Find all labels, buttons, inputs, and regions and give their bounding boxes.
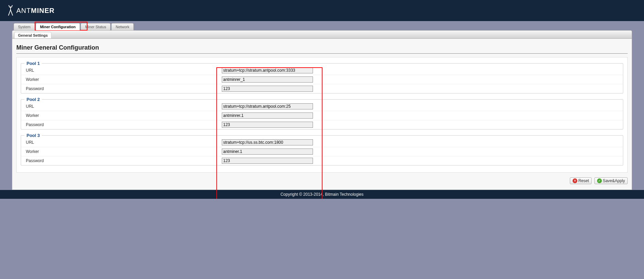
reset-button[interactable]: ✕ Reset: [570, 177, 592, 184]
tab-miner-configuration[interactable]: Miner Configuration: [36, 23, 80, 30]
reset-button-label: Reset: [578, 178, 589, 183]
pool-2-worker-row: Worker: [21, 111, 623, 120]
sub-tabs: General Settings: [12, 30, 632, 39]
pool-2-worker-input[interactable]: [222, 112, 313, 119]
pool-2-url-label: URL: [21, 104, 222, 109]
pool-1-url-input[interactable]: [222, 67, 313, 73]
pool-2-fieldset: Pool 2 URL Worker Password: [21, 97, 623, 129]
pool-2-worker-label: Worker: [21, 113, 222, 118]
svg-point-0: [10, 6, 11, 8]
pool-3-fieldset: Pool 3 URL Worker Password: [21, 133, 623, 165]
pool-1-legend: Pool 1: [24, 61, 42, 66]
pool-3-url-label: URL: [21, 140, 222, 145]
title-divider: [16, 53, 628, 54]
pool-3-url-input[interactable]: [222, 139, 313, 145]
pool-1-url-label: URL: [21, 68, 222, 73]
tab-network[interactable]: Network: [111, 23, 134, 30]
button-bar: ✕ Reset ✓ Save&Apply: [16, 177, 628, 184]
app-header: ANTMINER: [0, 0, 644, 21]
form-box: Pool 1 URL Worker Password Poo: [16, 57, 628, 173]
tab-miner-status[interactable]: Miner Status: [81, 23, 111, 30]
footer: Copyright © 2013-2014, Bitmain Technolog…: [0, 190, 644, 199]
pool-3-password-label: Password: [21, 158, 222, 163]
pool-3-worker-input[interactable]: [222, 149, 313, 155]
check-icon: ✓: [597, 178, 602, 183]
pool-1-url-row: URL: [21, 66, 623, 75]
pool-1-password-label: Password: [21, 86, 222, 91]
tab-system[interactable]: System: [14, 23, 35, 30]
brand-suffix: MINER: [31, 7, 54, 15]
pool-2-legend: Pool 2: [24, 97, 42, 102]
pool-1-password-row: Password: [21, 84, 623, 93]
pool-2-url-row: URL: [21, 102, 623, 111]
cancel-icon: ✕: [573, 178, 577, 183]
pool-2-password-input[interactable]: [222, 122, 313, 128]
pool-1-fieldset: Pool 1 URL Worker Password: [21, 61, 623, 93]
save-apply-button-label: Save&Apply: [603, 178, 625, 183]
content-panel: Miner General Configuration Pool 1 URL W…: [12, 39, 632, 190]
pool-3-worker-label: Worker: [21, 149, 222, 154]
page-title: Miner General Configuration: [16, 44, 628, 51]
pool-1-worker-row: Worker: [21, 75, 623, 84]
main-area: System Miner Configuration Miner Status …: [0, 23, 644, 190]
pool-3-url-row: URL: [21, 138, 623, 147]
pool-2-password-row: Password: [21, 120, 623, 129]
pool-3-password-input[interactable]: [222, 158, 313, 164]
pool-2-password-label: Password: [21, 122, 222, 127]
antminer-logo-icon: [7, 5, 14, 16]
footer-text: Copyright © 2013-2014, Bitmain Technolog…: [280, 192, 363, 197]
page-root: ANTMINER System Miner Configuration Mine…: [0, 0, 644, 199]
pool-1-password-input[interactable]: [222, 86, 313, 92]
pool-3-worker-row: Worker: [21, 147, 623, 156]
pool-2-url-input[interactable]: [222, 103, 313, 109]
brand-prefix: ANT: [16, 7, 31, 15]
pool-1-worker-label: Worker: [21, 77, 222, 82]
brand-logo: ANTMINER: [7, 5, 54, 16]
pool-3-password-row: Password: [21, 156, 623, 165]
pool-3-legend: Pool 3: [24, 133, 42, 138]
save-apply-button[interactable]: ✓ Save&Apply: [594, 177, 628, 184]
pool-1-worker-input[interactable]: [222, 76, 313, 83]
main-tabs: System Miner Configuration Miner Status …: [14, 23, 644, 30]
subtab-general-settings[interactable]: General Settings: [14, 32, 51, 38]
